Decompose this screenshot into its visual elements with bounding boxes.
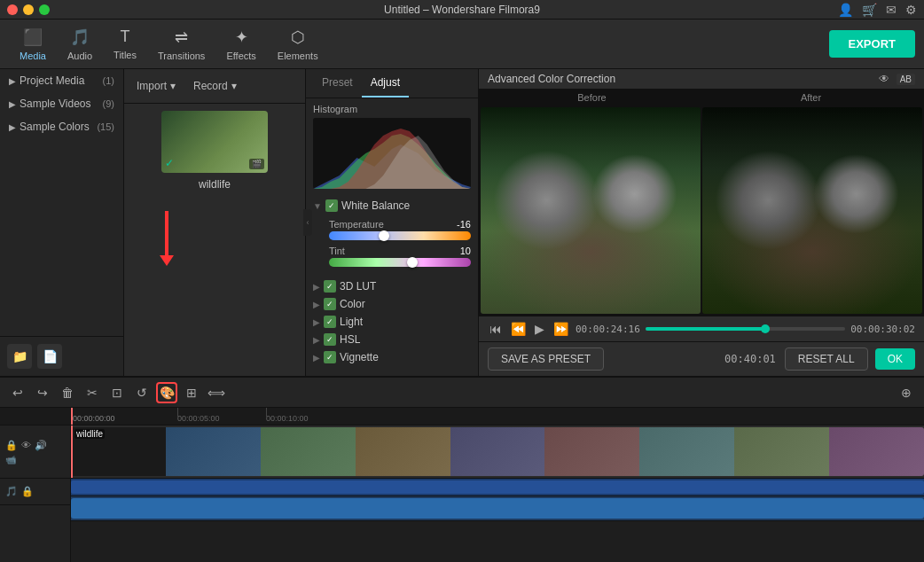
color-correction-panel: Preset Adjust Histogram <box>306 69 479 376</box>
video-track[interactable]: wildlife <box>71 425 924 479</box>
preset-tab[interactable]: Preset <box>313 69 362 98</box>
media-content: ✓ 🎬 wildlife <box>124 104 305 376</box>
toolbar-elements[interactable]: ⬡ Elements <box>267 24 329 65</box>
audio-track-icon[interactable]: 🔊 <box>35 440 47 451</box>
eye-icon[interactable]: 👁 <box>879 73 889 85</box>
before-video-frame <box>481 107 701 314</box>
adjust-tab[interactable]: Adjust <box>362 69 409 98</box>
close-button[interactable] <box>7 4 18 15</box>
sample-colors-count: (15) <box>97 121 114 132</box>
stabilize-button[interactable]: ⊞ <box>181 382 202 403</box>
total-time: 00:40:01 <box>724 353 776 365</box>
cut-button[interactable]: ✂ <box>82 382 103 403</box>
timeline-ruler: 00:00:00:00 00:00:05:00 00:00:10:00 <box>71 408 924 425</box>
skip-back-button[interactable]: ⏮ <box>488 320 504 338</box>
speed-button[interactable]: ⟺ <box>206 382 227 403</box>
white-balance-row[interactable]: ▼ ✓ White Balance <box>313 196 471 215</box>
add-media-button[interactable]: 📄 <box>37 344 62 369</box>
histogram-graph <box>313 118 471 189</box>
timeline-section: ↩ ↪ 🗑 ✂ ⊡ ↺ 🎨 ⊞ ⟺ ⊕ 🔒 <box>0 376 924 562</box>
step-back-button[interactable]: ⏪ <box>509 320 528 338</box>
video-clip[interactable]: wildlife <box>71 427 924 476</box>
light-row[interactable]: ▶ ✓ Light <box>306 313 478 331</box>
toolbar-audio[interactable]: 🎵 Audio <box>57 24 103 65</box>
wb-checkbox[interactable]: ✓ <box>325 199 338 212</box>
project-media-count: (1) <box>103 75 114 86</box>
ruler-tick-5 <box>177 408 178 417</box>
ruler-time-5: 00:00:05:00 <box>177 414 220 423</box>
toolbar-transitions[interactable]: ⇌ Transitions <box>147 24 215 65</box>
crop-button[interactable]: ⊡ <box>106 382 128 403</box>
vignette-row[interactable]: ▶ ✓ Vignette <box>306 348 478 366</box>
ok-button[interactable]: OK <box>875 348 915 370</box>
ruler-tick-10 <box>266 408 267 417</box>
reset-all-button[interactable]: RESET ALL <box>785 347 868 371</box>
histogram-section: Histogram <box>306 98 478 194</box>
temperature-slider[interactable] <box>329 231 471 240</box>
audio-clip[interactable] <box>71 498 924 519</box>
color-row[interactable]: ▶ ✓ Color <box>306 295 478 313</box>
timeline-content: 🔒 👁 🔊 📹 🎵 🔒 <box>0 408 924 562</box>
step-forward-button[interactable]: ⏩ <box>552 320 570 338</box>
color-correction-button[interactable]: 🎨 <box>156 382 177 403</box>
eye-track-icon[interactable]: 👁 <box>21 440 31 450</box>
sample-videos-item[interactable]: ▶ Sample Videos (9) <box>0 92 123 115</box>
hsl-row[interactable]: ▶ ✓ HSL <box>306 331 478 348</box>
sample-colors-item[interactable]: ▶ Sample Colors (15) <box>0 115 123 138</box>
collapse-panel-button[interactable]: ‹ <box>303 209 312 236</box>
action-buttons: SAVE AS PRESET 00:40:01 RESET ALL OK <box>479 341 924 376</box>
before-after-labels: Before After <box>479 90 924 105</box>
audio-track[interactable] <box>71 496 924 521</box>
lock-audio-icon[interactable]: 🔒 <box>21 486 34 497</box>
message-icon: ✉ <box>886 3 897 17</box>
play-button[interactable]: ▶ <box>533 320 546 338</box>
lut-checkbox[interactable]: ✓ <box>324 280 336 293</box>
toolbar-media[interactable]: ⬛ Media <box>9 24 57 65</box>
export-button[interactable]: EXPORT <box>829 30 915 58</box>
add-track-button[interactable]: ⊕ <box>896 382 917 403</box>
minimize-button[interactable] <box>23 4 34 15</box>
vignette-checkbox[interactable]: ✓ <box>324 351 336 363</box>
wildlife-thumbnail[interactable]: ✓ 🎬 <box>161 111 268 173</box>
undo-button[interactable]: ↩ <box>7 382 28 403</box>
hsl-checkbox[interactable]: ✓ <box>324 333 336 346</box>
delete-button[interactable]: 🗑 <box>57 382 78 403</box>
save-preset-button[interactable]: SAVE AS PRESET <box>488 347 604 371</box>
sample-colors-label: Sample Colors <box>20 121 90 133</box>
media-icon: ⬛ <box>23 27 43 47</box>
music-icon: 🎵 <box>5 486 18 497</box>
window-controls[interactable] <box>7 4 50 15</box>
toolbar-titles[interactable]: T Titles <box>103 24 147 64</box>
after-video-frame <box>702 107 922 314</box>
record-button[interactable]: Record ▾ <box>188 76 242 96</box>
maximize-button[interactable] <box>39 4 50 15</box>
temperature-thumb[interactable] <box>379 230 389 241</box>
import-label: Import <box>137 80 167 92</box>
video-icon: 📹 <box>5 455 16 464</box>
vignette-arrow-icon: ▶ <box>313 353 320 363</box>
titles-icon: T <box>121 27 130 46</box>
audio-label: Audio <box>67 51 92 61</box>
import-button[interactable]: Import ▾ <box>131 76 181 96</box>
progress-fill <box>646 327 765 331</box>
tint-thumb[interactable] <box>407 257 418 268</box>
video-preview-area <box>479 105 924 316</box>
color-checkbox[interactable]: ✓ <box>324 298 336 310</box>
preview-panel: Advanced Color Correction 👁 AB Before Af… <box>479 69 924 376</box>
toolbar-effects[interactable]: ✦ Effects <box>215 24 266 65</box>
lock-icon[interactable]: 🔒 <box>5 440 18 451</box>
redo-button[interactable]: ↪ <box>32 382 53 403</box>
progress-bar[interactable] <box>646 327 845 331</box>
tint-slider-row: Tint 10 <box>329 246 471 267</box>
tint-slider[interactable] <box>329 258 471 267</box>
light-checkbox[interactable]: ✓ <box>324 316 336 328</box>
left-sidebar: ▶ Project Media (1) ▶ Sample Videos (9) … <box>0 69 124 376</box>
project-media-item[interactable]: ▶ Project Media (1) <box>0 69 123 92</box>
add-folder-button[interactable]: 📁 <box>7 344 32 369</box>
hsl-label: HSL <box>340 333 360 346</box>
3d-lut-row[interactable]: ▶ ✓ 3D LUT <box>306 277 478 295</box>
progress-thumb[interactable] <box>761 324 770 333</box>
window-title: Untitled – Wondershare Filmora9 <box>384 4 540 16</box>
rotate-button[interactable]: ↺ <box>131 382 153 403</box>
media-label: Media <box>20 51 46 61</box>
